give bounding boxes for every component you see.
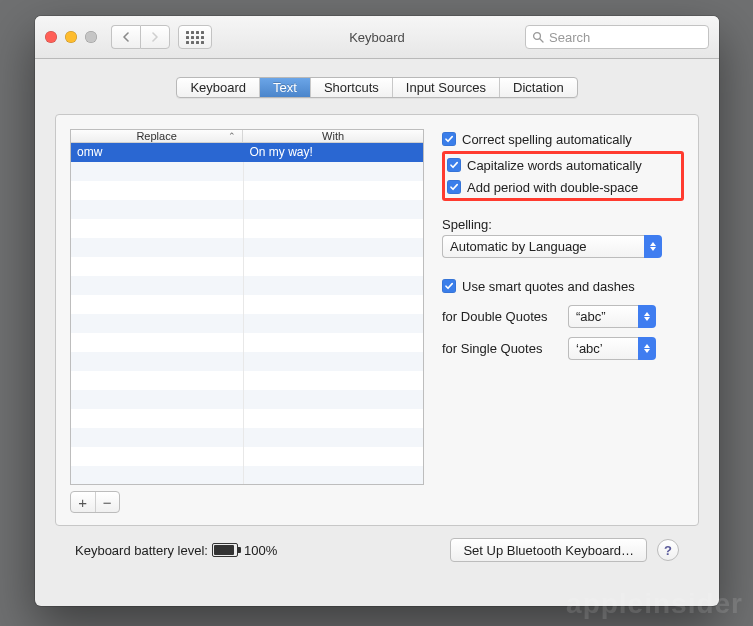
bluetooth-keyboard-button[interactable]: Set Up Bluetooth Keyboard…: [450, 538, 647, 562]
battery-percent: 100%: [244, 543, 277, 558]
table-row-empty[interactable]: [71, 219, 423, 238]
table-row-empty[interactable]: [71, 181, 423, 200]
tab-keyboard[interactable]: Keyboard: [177, 78, 260, 97]
single-quotes-value: ‘abc’: [568, 337, 638, 360]
options-section: Correct spelling automatically Capitaliz…: [442, 129, 684, 513]
double-quotes-row: for Double Quotes “abc”: [442, 305, 684, 328]
add-remove-buttons: + −: [70, 491, 120, 513]
svg-line-1: [540, 39, 543, 42]
select-arrows-icon: [638, 337, 656, 360]
spelling-select[interactable]: Automatic by Language: [442, 235, 662, 258]
checkbox-checked-icon: [442, 132, 456, 146]
text-pane: Replace ⌃ With omwOn my way! + −: [55, 114, 699, 526]
double-quotes-label: for Double Quotes: [442, 309, 560, 324]
search-input[interactable]: Search: [525, 25, 709, 49]
table-row-empty[interactable]: [71, 390, 423, 409]
preferences-window: Keyboard Search Keyboard Text Shortcuts …: [35, 16, 719, 606]
tab-segment: Keyboard Text Shortcuts Input Sources Di…: [176, 77, 577, 98]
svg-point-0: [534, 33, 541, 40]
close-icon[interactable]: [45, 31, 57, 43]
back-button[interactable]: [111, 25, 140, 49]
search-placeholder: Search: [549, 30, 590, 45]
show-all-button[interactable]: [178, 25, 212, 49]
replacements-section: Replace ⌃ With omwOn my way! + −: [70, 129, 424, 513]
checkbox-checked-icon: [447, 180, 461, 194]
window-controls: [45, 31, 97, 43]
select-arrows-icon: [638, 305, 656, 328]
select-arrows-icon: [644, 235, 662, 258]
col-with[interactable]: With: [243, 130, 423, 142]
checkbox-checked-icon: [447, 158, 461, 172]
smart-quotes-checkbox[interactable]: Use smart quotes and dashes: [442, 276, 684, 296]
chevron-right-icon: [151, 32, 159, 42]
table-row-empty[interactable]: [71, 466, 423, 485]
grid-icon: [186, 31, 204, 44]
checkbox-checked-icon: [442, 279, 456, 293]
remove-button[interactable]: −: [96, 492, 120, 512]
table-row-empty[interactable]: [71, 238, 423, 257]
table-row-empty[interactable]: [71, 200, 423, 219]
tab-shortcuts[interactable]: Shortcuts: [311, 78, 393, 97]
battery-icon: [212, 543, 238, 557]
zoom-icon: [85, 31, 97, 43]
content: Keyboard Text Shortcuts Input Sources Di…: [35, 59, 719, 574]
tab-input-sources[interactable]: Input Sources: [393, 78, 500, 97]
smart-quotes-label: Use smart quotes and dashes: [462, 279, 635, 294]
table-row-empty[interactable]: [71, 257, 423, 276]
double-space-period-checkbox[interactable]: Add period with double-space: [447, 177, 679, 197]
table-header: Replace ⌃ With: [71, 130, 423, 143]
table-row-empty[interactable]: [71, 428, 423, 447]
table-row-empty[interactable]: [71, 314, 423, 333]
forward-button[interactable]: [140, 25, 170, 49]
highlighted-options: Capitalize words automatically Add perio…: [442, 151, 684, 201]
col-replace-label: Replace: [136, 130, 176, 142]
search-icon: [532, 31, 544, 43]
table-row-empty[interactable]: [71, 162, 423, 181]
chevron-left-icon: [122, 32, 130, 42]
spelling-label: Spelling:: [442, 217, 684, 232]
table-row-empty[interactable]: [71, 352, 423, 371]
cell-replace: omw: [71, 143, 244, 162]
table-row[interactable]: omwOn my way!: [71, 143, 423, 162]
nav-buttons: [111, 25, 170, 49]
double-quotes-select[interactable]: “abc”: [568, 305, 656, 328]
add-button[interactable]: +: [71, 492, 96, 512]
battery-label: Keyboard battery level:: [75, 543, 208, 558]
titlebar: Keyboard Search: [35, 16, 719, 59]
table-row-empty[interactable]: [71, 276, 423, 295]
table-row-empty[interactable]: [71, 371, 423, 390]
correct-spelling-checkbox[interactable]: Correct spelling automatically: [442, 129, 684, 149]
cell-with: On my way!: [244, 143, 423, 162]
single-quotes-select[interactable]: ‘abc’: [568, 337, 656, 360]
single-quotes-row: for Single Quotes ‘abc’: [442, 337, 684, 360]
correct-spelling-label: Correct spelling automatically: [462, 132, 632, 147]
tab-dictation[interactable]: Dictation: [500, 78, 577, 97]
double-space-period-label: Add period with double-space: [467, 180, 638, 195]
single-quotes-label: for Single Quotes: [442, 341, 560, 356]
tab-text[interactable]: Text: [260, 78, 311, 97]
footer: Keyboard battery level: 100% Set Up Blue…: [55, 526, 699, 562]
spelling-value: Automatic by Language: [442, 235, 644, 258]
help-button[interactable]: ?: [657, 539, 679, 561]
sort-indicator-icon: ⌃: [228, 131, 236, 141]
tab-bar: Keyboard Text Shortcuts Input Sources Di…: [55, 77, 699, 98]
capitalize-label: Capitalize words automatically: [467, 158, 642, 173]
capitalize-checkbox[interactable]: Capitalize words automatically: [447, 155, 679, 175]
double-quotes-value: “abc”: [568, 305, 638, 328]
table-row-empty[interactable]: [71, 295, 423, 314]
col-with-label: With: [322, 130, 344, 142]
table-row-empty[interactable]: [71, 447, 423, 466]
minimize-icon[interactable]: [65, 31, 77, 43]
table-row-empty[interactable]: [71, 333, 423, 352]
replacements-table[interactable]: Replace ⌃ With omwOn my way!: [70, 129, 424, 485]
table-row-empty[interactable]: [71, 409, 423, 428]
col-replace[interactable]: Replace ⌃: [71, 130, 243, 142]
table-body: omwOn my way!: [71, 143, 423, 485]
